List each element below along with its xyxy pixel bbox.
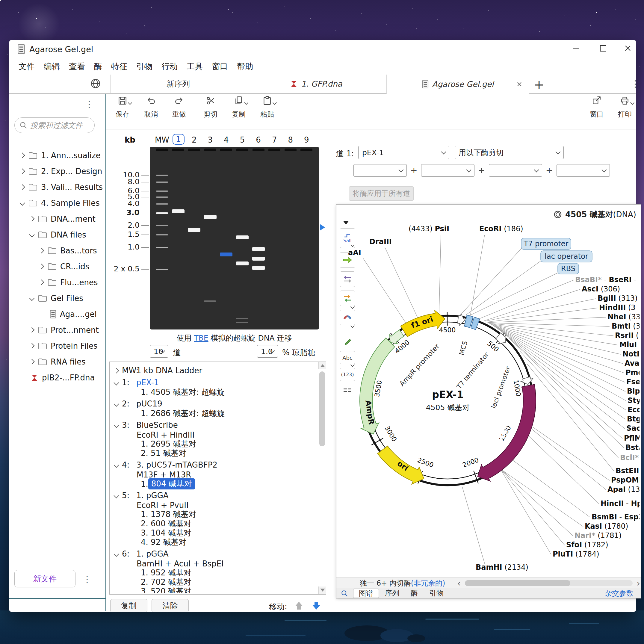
gel-image[interactable] [150,147,319,329]
gel-lane-header[interactable]: MW [155,135,170,144]
apply-enzymes-button[interactable]: 将酶应用于所有道 [349,186,414,201]
lane-fragment[interactable]: 1. 952 碱基对 [110,568,317,578]
chevron-icon[interactable] [114,401,119,406]
plasmid-map[interactable]: 50010001500200025003000350040004500T7 pr… [344,222,640,578]
chevron-icon[interactable] [39,248,44,253]
agarose-select[interactable]: 1.0 [257,345,278,358]
gel-lane-header[interactable]: 4 [219,135,234,144]
chevron-icon[interactable] [29,295,34,301]
menu-item[interactable]: 窗口 [212,61,228,72]
lane-row[interactable]: 2:pUC19 [110,399,317,409]
selected-fragment[interactable]: 804 碱基对 [148,478,195,489]
gel-band[interactable] [236,318,248,319]
gel-lane-header[interactable]: 8 [283,135,298,144]
chevron-icon[interactable] [114,422,119,428]
lane-fragment[interactable]: 3. 520 碱基对 [110,587,317,593]
chevron-icon[interactable] [19,200,25,205]
tab-gfp-dna[interactable]: 1. GFP.dna [246,75,386,93]
lane-fragment[interactable]: 1. 4505 碱基对: 超螺旋 [110,388,317,397]
move-up-button[interactable] [292,600,306,612]
lane-fragment[interactable]: 2. 51 碱基对 [110,449,317,458]
tree-item[interactable]: DNA files [9,227,105,243]
gel-band[interactable] [236,261,249,265]
tbe-link[interactable]: TBE [194,334,208,342]
menu-item[interactable]: 查看 [69,61,85,72]
lane-fragment[interactable]: 1. 1378 碱基对 [110,510,317,519]
scrollbar-thumb[interactable] [319,371,325,446]
tree-item[interactable]: Aga....gel [9,306,105,322]
menu-item[interactable]: 编辑 [44,61,60,72]
lane-fragment[interactable]: 1. 804 碱基对 [110,479,317,489]
chevron-icon[interactable] [19,168,25,174]
menu-item[interactable]: 帮助 [237,61,253,72]
tree-item[interactable]: 1. Ann...sualize [9,147,105,163]
lane-row[interactable]: 3:BlueScribe [110,420,317,430]
maximize-button[interactable] [595,42,611,55]
gel-band[interactable] [236,322,248,323]
lane-fragment[interactable]: 2. 600 碱基对 [110,519,317,528]
undo-button[interactable]: 取消 [138,96,164,126]
lane-fragment[interactable]: 1. 2695 碱基对 [110,439,317,449]
enzyme-select-3[interactable] [489,164,542,177]
paste-button[interactable]: 粘贴 [254,96,280,126]
gel-lane-header[interactable]: 3 [203,135,218,144]
menu-item[interactable]: 引物 [136,61,152,72]
gel-band[interactable] [252,257,265,261]
chevron-icon[interactable] [29,359,34,364]
lane-count-select[interactable]: 10 [150,345,168,358]
tab-close-icon[interactable] [516,81,522,87]
lane-row[interactable]: 5:1. pGGA [110,490,317,501]
lane-row[interactable]: 1:pEX-1 [110,377,317,388]
map-tab-map-active[interactable]: 图谱 [353,589,379,598]
gel-band[interactable] [252,266,265,270]
chevron-icon[interactable] [114,380,119,385]
chevron-icon[interactable] [29,232,34,237]
tab-new-sequence[interactable]: 新序列 [110,75,246,93]
gel-lane-header[interactable]: 6 [251,135,266,144]
chevron-icon[interactable] [39,279,44,285]
lane-fragment[interactable]: 2. 702 碱基对 [110,578,317,587]
scroll-down-button[interactable] [318,586,326,594]
chevron-icon[interactable] [19,184,25,190]
lane-source-select[interactable]: pEX-1 [358,146,449,159]
gel-lane-header[interactable]: 2 [187,135,202,144]
copy-button[interactable]: 复制 [226,96,252,126]
gel-lane-header[interactable]: 7 [267,135,282,144]
chevron-icon[interactable] [29,216,34,221]
lane-fragment[interactable]: BamHI + AcuI + BspEI [110,559,317,568]
move-down-button[interactable] [310,600,323,612]
enzyme-select-2[interactable] [421,164,474,177]
gel-band[interactable] [172,209,185,213]
lane-row[interactable]: 6:1. pGGA [110,549,317,559]
nonredundant-link[interactable]: (非冗余的) [411,578,445,588]
newfile-kebab-icon[interactable]: ⋮ [83,574,92,584]
tabbar-kebab-icon[interactable]: ⋮ [631,78,640,89]
map-scrollbar[interactable] [465,580,633,586]
window-button[interactable]: 窗口 [583,96,610,126]
enzyme-select-1[interactable] [353,164,407,177]
tree-item[interactable]: Flu...enes [9,274,105,290]
gel-lane-header[interactable]: 9 [299,135,314,144]
tree-item[interactable]: Protein Files [9,338,105,354]
gel-band[interactable] [252,247,265,251]
gel-position-marker[interactable] [320,224,325,231]
redo-button[interactable]: 重做 [166,96,192,126]
chevron-icon[interactable] [29,343,34,348]
tree-item[interactable]: CR...ids [9,258,105,274]
scroll-up-button[interactable] [318,362,326,369]
tree-item[interactable]: 4. Sample Files [9,195,105,211]
enzyme-select-4[interactable] [557,164,610,177]
map-tab-item[interactable]: 引物 [424,589,449,597]
gel-band[interactable] [220,253,232,256]
menu-item[interactable]: 行动 [161,61,178,72]
gel-lane-header[interactable]: 5 [235,135,250,144]
minimize-button[interactable] [568,42,584,55]
close-button[interactable] [619,42,636,55]
chevron-icon[interactable] [114,368,119,373]
gel-band[interactable] [204,300,216,302]
cut-button[interactable]: 剪切 [197,96,224,126]
scroll-right-icon[interactable]: › [637,578,640,588]
menu-item[interactable]: 工具 [187,61,203,72]
lane-fragment[interactable]: 1. 2686 碱基对: 超螺旋 [110,409,317,418]
tab-agarose-gel[interactable]: Agarose Gel.gel [386,75,529,94]
